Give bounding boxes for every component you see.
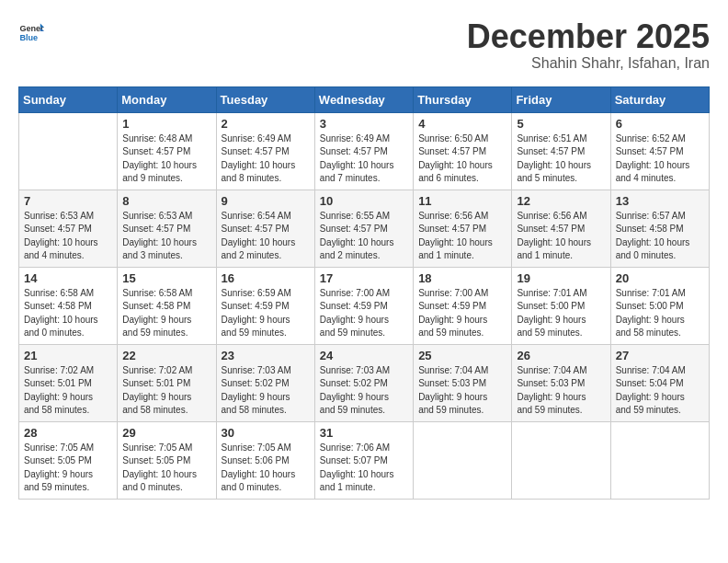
day-info: Sunrise: 6:56 AM Sunset: 4:57 PM Dayligh… xyxy=(517,210,605,263)
day-number: 11 xyxy=(418,194,506,208)
weekday-header-sunday: Sunday xyxy=(19,86,118,112)
day-number: 27 xyxy=(616,349,704,362)
day-number: 30 xyxy=(222,426,310,440)
day-info: Sunrise: 6:53 AM Sunset: 4:57 PM Dayligh… xyxy=(24,210,112,263)
day-number: 20 xyxy=(616,271,704,285)
calendar-cell xyxy=(414,421,512,499)
day-info: Sunrise: 6:57 AM Sunset: 4:58 PM Dayligh… xyxy=(616,210,704,263)
day-info: Sunrise: 6:58 AM Sunset: 4:58 PM Dayligh… xyxy=(122,287,210,340)
calendar-week-row: 14Sunrise: 6:58 AM Sunset: 4:58 PM Dayli… xyxy=(19,267,710,344)
weekday-header-friday: Friday xyxy=(512,86,610,112)
calendar-cell: 13Sunrise: 6:57 AM Sunset: 4:58 PM Dayli… xyxy=(610,190,709,267)
calendar-week-row: 28Sunrise: 7:05 AM Sunset: 5:05 PM Dayli… xyxy=(19,421,710,499)
day-number: 4 xyxy=(418,117,506,131)
day-number: 1 xyxy=(122,117,210,131)
calendar-week-row: 7Sunrise: 6:53 AM Sunset: 4:57 PM Daylig… xyxy=(19,190,710,267)
month-title: December 2025 xyxy=(467,18,710,55)
calendar-cell: 18Sunrise: 7:00 AM Sunset: 4:59 PM Dayli… xyxy=(414,267,512,344)
calendar-cell: 29Sunrise: 7:05 AM Sunset: 5:05 PM Dayli… xyxy=(118,421,216,499)
svg-text:Blue: Blue xyxy=(19,33,38,42)
day-number: 21 xyxy=(24,349,112,362)
calendar-cell: 30Sunrise: 7:05 AM Sunset: 5:06 PM Dayli… xyxy=(216,421,314,499)
day-info: Sunrise: 7:04 AM Sunset: 5:03 PM Dayligh… xyxy=(517,364,605,418)
title-area: December 2025 Shahin Shahr, Isfahan, Ira… xyxy=(467,18,710,72)
day-number: 19 xyxy=(517,271,605,285)
day-number: 15 xyxy=(122,271,210,285)
day-number: 17 xyxy=(320,271,408,285)
calendar-cell: 26Sunrise: 7:04 AM Sunset: 5:03 PM Dayli… xyxy=(512,344,610,421)
day-info: Sunrise: 7:05 AM Sunset: 5:05 PM Dayligh… xyxy=(24,442,112,495)
day-number: 5 xyxy=(517,117,605,131)
day-info: Sunrise: 6:49 AM Sunset: 4:57 PM Dayligh… xyxy=(222,132,310,186)
calendar-cell: 23Sunrise: 7:03 AM Sunset: 5:02 PM Dayli… xyxy=(216,344,314,421)
day-number: 7 xyxy=(24,194,112,208)
day-number: 24 xyxy=(320,349,408,362)
page-header: General Blue December 2025 Shahin Shahr,… xyxy=(18,18,710,72)
day-number: 10 xyxy=(320,194,408,208)
logo: General Blue xyxy=(18,18,44,44)
day-number: 29 xyxy=(122,426,210,440)
logo-icon: General Blue xyxy=(18,18,44,44)
day-info: Sunrise: 7:01 AM Sunset: 5:00 PM Dayligh… xyxy=(517,287,605,340)
calendar-cell: 4Sunrise: 6:50 AM Sunset: 4:57 PM Daylig… xyxy=(414,112,512,190)
day-info: Sunrise: 6:55 AM Sunset: 4:57 PM Dayligh… xyxy=(320,210,408,263)
day-number: 8 xyxy=(122,194,210,208)
calendar-cell: 7Sunrise: 6:53 AM Sunset: 4:57 PM Daylig… xyxy=(19,190,118,267)
weekday-header-monday: Monday xyxy=(118,86,216,112)
calendar-cell: 16Sunrise: 6:59 AM Sunset: 4:59 PM Dayli… xyxy=(216,267,314,344)
weekday-header-thursday: Thursday xyxy=(414,86,512,112)
calendar-cell: 11Sunrise: 6:56 AM Sunset: 4:57 PM Dayli… xyxy=(414,190,512,267)
calendar-cell: 8Sunrise: 6:53 AM Sunset: 4:57 PM Daylig… xyxy=(118,190,216,267)
day-info: Sunrise: 7:04 AM Sunset: 5:04 PM Dayligh… xyxy=(616,364,704,418)
calendar-cell: 19Sunrise: 7:01 AM Sunset: 5:00 PM Dayli… xyxy=(512,267,610,344)
calendar-cell xyxy=(610,421,709,499)
day-number: 3 xyxy=(320,117,408,131)
calendar-cell xyxy=(19,112,118,190)
calendar-cell xyxy=(512,421,610,499)
day-info: Sunrise: 6:49 AM Sunset: 4:57 PM Dayligh… xyxy=(320,132,408,186)
calendar-cell: 25Sunrise: 7:04 AM Sunset: 5:03 PM Dayli… xyxy=(414,344,512,421)
calendar-cell: 28Sunrise: 7:05 AM Sunset: 5:05 PM Dayli… xyxy=(19,421,118,499)
calendar-cell: 17Sunrise: 7:00 AM Sunset: 4:59 PM Dayli… xyxy=(314,267,413,344)
day-number: 18 xyxy=(418,271,506,285)
calendar-cell: 9Sunrise: 6:54 AM Sunset: 4:57 PM Daylig… xyxy=(216,190,314,267)
day-info: Sunrise: 7:05 AM Sunset: 5:05 PM Dayligh… xyxy=(122,442,210,495)
day-info: Sunrise: 7:03 AM Sunset: 5:02 PM Dayligh… xyxy=(222,364,310,418)
calendar-cell: 27Sunrise: 7:04 AM Sunset: 5:04 PM Dayli… xyxy=(610,344,709,421)
calendar-table: SundayMondayTuesdayWednesdayThursdayFrid… xyxy=(18,86,710,500)
weekday-header-tuesday: Tuesday xyxy=(216,86,314,112)
calendar-cell: 21Sunrise: 7:02 AM Sunset: 5:01 PM Dayli… xyxy=(19,344,118,421)
day-info: Sunrise: 6:56 AM Sunset: 4:57 PM Dayligh… xyxy=(418,210,506,263)
day-number: 25 xyxy=(418,349,506,362)
calendar-cell: 24Sunrise: 7:03 AM Sunset: 5:02 PM Dayli… xyxy=(314,344,413,421)
calendar-cell: 1Sunrise: 6:48 AM Sunset: 4:57 PM Daylig… xyxy=(118,112,216,190)
day-info: Sunrise: 6:59 AM Sunset: 4:59 PM Dayligh… xyxy=(222,287,310,340)
day-number: 2 xyxy=(222,117,310,131)
day-info: Sunrise: 6:48 AM Sunset: 4:57 PM Dayligh… xyxy=(122,132,210,186)
day-info: Sunrise: 6:53 AM Sunset: 4:57 PM Dayligh… xyxy=(122,210,210,263)
day-number: 31 xyxy=(320,426,408,440)
calendar-cell: 14Sunrise: 6:58 AM Sunset: 4:58 PM Dayli… xyxy=(19,267,118,344)
calendar-cell: 12Sunrise: 6:56 AM Sunset: 4:57 PM Dayli… xyxy=(512,190,610,267)
calendar-cell: 5Sunrise: 6:51 AM Sunset: 4:57 PM Daylig… xyxy=(512,112,610,190)
weekday-header-saturday: Saturday xyxy=(610,86,709,112)
day-number: 14 xyxy=(24,271,112,285)
calendar-cell: 2Sunrise: 6:49 AM Sunset: 4:57 PM Daylig… xyxy=(216,112,314,190)
day-info: Sunrise: 7:05 AM Sunset: 5:06 PM Dayligh… xyxy=(222,442,310,495)
calendar-cell: 10Sunrise: 6:55 AM Sunset: 4:57 PM Dayli… xyxy=(314,190,413,267)
day-info: Sunrise: 7:00 AM Sunset: 4:59 PM Dayligh… xyxy=(418,287,506,340)
location-title: Shahin Shahr, Isfahan, Iran xyxy=(467,55,710,72)
calendar-cell: 31Sunrise: 7:06 AM Sunset: 5:07 PM Dayli… xyxy=(314,421,413,499)
day-number: 13 xyxy=(616,194,704,208)
day-number: 12 xyxy=(517,194,605,208)
day-number: 22 xyxy=(122,349,210,362)
day-info: Sunrise: 7:04 AM Sunset: 5:03 PM Dayligh… xyxy=(418,364,506,418)
calendar-cell: 20Sunrise: 7:01 AM Sunset: 5:00 PM Dayli… xyxy=(610,267,709,344)
day-info: Sunrise: 7:02 AM Sunset: 5:01 PM Dayligh… xyxy=(24,364,112,418)
calendar-cell: 22Sunrise: 7:02 AM Sunset: 5:01 PM Dayli… xyxy=(118,344,216,421)
day-info: Sunrise: 7:06 AM Sunset: 5:07 PM Dayligh… xyxy=(320,442,408,495)
day-number: 16 xyxy=(222,271,310,285)
calendar-week-row: 1Sunrise: 6:48 AM Sunset: 4:57 PM Daylig… xyxy=(19,112,710,190)
day-info: Sunrise: 6:51 AM Sunset: 4:57 PM Dayligh… xyxy=(517,132,605,186)
day-number: 6 xyxy=(616,117,704,131)
